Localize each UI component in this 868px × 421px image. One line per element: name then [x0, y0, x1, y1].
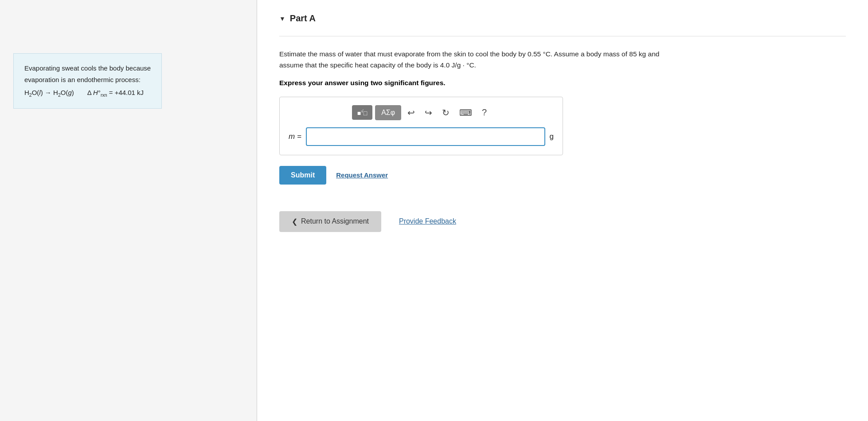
request-answer-link[interactable]: Request Answer — [336, 171, 388, 179]
left-panel: Evaporating sweat cools the body because… — [0, 0, 257, 421]
express-instruction: Express your answer using two significan… — [279, 79, 846, 87]
info-line1: Evaporating sweat cools the body because — [24, 63, 151, 74]
return-button-label: Return to Assignment — [301, 217, 369, 225]
variable-label: m = — [289, 132, 301, 141]
undo-button[interactable]: ↩ — [404, 106, 418, 120]
math-symbol-button[interactable]: ■√□ — [352, 105, 372, 120]
input-row: m = g — [289, 127, 554, 146]
part-header: ▼ Part A — [279, 13, 846, 24]
provide-feedback-link[interactable]: Provide Feedback — [399, 217, 456, 225]
unit-label: g — [550, 132, 554, 141]
greek-symbol-label: ΑΣφ — [381, 109, 395, 117]
reset-button[interactable]: ↻ — [438, 106, 453, 120]
math-symbol-icon: ■√□ — [357, 109, 367, 117]
right-panel: ▼ Part A Estimate the mass of water that… — [257, 0, 868, 421]
submit-button[interactable]: Submit — [279, 166, 326, 185]
redo-button[interactable]: ↪ — [421, 106, 436, 120]
help-button[interactable]: ? — [478, 106, 490, 119]
enthalpy-value: Δ H°rxn = +44.01 kJ — [87, 87, 144, 99]
answer-input[interactable] — [306, 127, 545, 146]
help-label: ? — [482, 107, 487, 117]
chem-line: H2O(l) → H2O(g) Δ H°rxn = +44.01 kJ — [24, 87, 151, 99]
keyboard-button[interactable]: ⌨ — [456, 106, 476, 120]
answer-area: ■√□ ΑΣφ ↩ ↪ ↻ ⌨ ? m = g — [279, 97, 563, 155]
question-text: Estimate the mass of water that must eva… — [279, 49, 661, 71]
return-to-assignment-button[interactable]: ❮ Return to Assignment — [279, 211, 381, 232]
reaction-formula: H2O(l) → H2O(g) — [24, 87, 74, 99]
greek-symbol-button[interactable]: ΑΣφ — [375, 105, 401, 120]
info-box: Evaporating sweat cools the body because… — [13, 53, 162, 109]
action-row: Submit Request Answer — [279, 166, 846, 185]
collapse-arrow-icon[interactable]: ▼ — [279, 15, 285, 22]
info-line2: evaporation is an endothermic process: — [24, 74, 151, 86]
divider — [279, 36, 846, 36]
chevron-left-icon: ❮ — [292, 217, 297, 226]
toolbar: ■√□ ΑΣφ ↩ ↪ ↻ ⌨ ? — [289, 105, 554, 120]
part-title: Part A — [290, 13, 316, 24]
bottom-row: ❮ Return to Assignment Provide Feedback — [279, 211, 846, 232]
